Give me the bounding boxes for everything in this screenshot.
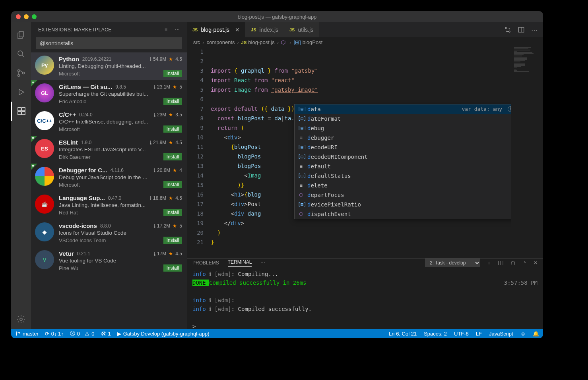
- suggest-kind-icon: ⬡: [298, 209, 304, 219]
- tab-problems[interactable]: PROBLEMS: [192, 260, 219, 266]
- kill-terminal-icon[interactable]: [510, 260, 516, 266]
- extension-version: 4.11.6: [111, 168, 124, 173]
- clear-icon[interactable]: ≡: [165, 27, 168, 33]
- install-button[interactable]: Install: [163, 264, 182, 272]
- editor-tab[interactable]: JSutils.js: [284, 22, 319, 37]
- suggest-item[interactable]: ⬡departFocus: [295, 190, 511, 200]
- git-branch[interactable]: master: [15, 331, 39, 337]
- suggest-item[interactable]: ≡default: [295, 162, 511, 171]
- more-actions-icon[interactable]: ⋯: [531, 26, 538, 34]
- breadcrumb-item[interactable]: JSblog-post.js: [241, 39, 275, 45]
- extension-version: 0.47.0: [108, 195, 121, 201]
- extension-item[interactable]: GLGitLens — Git su...9.8.5⭳23.1M ★ 5Supe…: [31, 80, 187, 108]
- svg-rect-6: [18, 112, 21, 115]
- notifications-icon[interactable]: 🔔: [533, 331, 539, 337]
- extensions-icon[interactable]: [11, 102, 31, 121]
- install-button[interactable]: Install: [163, 98, 182, 105]
- suggest-item[interactable]: [⊞]datavar data: any i: [295, 104, 511, 114]
- encoding[interactable]: UTF-8: [454, 331, 469, 337]
- extension-item[interactable]: ESESLint1.9.0⭳21.9M ★ 4.5Integrates ESLi…: [31, 136, 187, 164]
- install-button[interactable]: Install: [163, 181, 182, 188]
- suggest-kind-icon: ≡: [298, 162, 304, 171]
- close-tab-icon[interactable]: ✕: [235, 27, 240, 33]
- more-icon[interactable]: ⋯: [175, 27, 180, 33]
- minimap[interactable]: [511, 47, 543, 258]
- suggest-item[interactable]: [⊞]devicePixelRatio: [295, 200, 511, 209]
- close-window[interactable]: [16, 14, 21, 19]
- editor[interactable]: 123456789101112131415161718192021 import…: [187, 47, 543, 258]
- debug-icon[interactable]: [11, 83, 31, 102]
- panel-more-icon[interactable]: ⋯: [260, 260, 265, 266]
- task-status[interactable]: ▶ Gatsby Develop (gatsby-graphql-app): [117, 331, 210, 337]
- extension-description: Integrates ESLint JavaScript into V...: [59, 147, 182, 152]
- extension-publisher: Microsoft: [59, 71, 80, 77]
- close-panel-icon[interactable]: ✕: [534, 260, 538, 266]
- feedback-icon[interactable]: ☺: [520, 331, 526, 337]
- extension-version: 2019.6.24221: [82, 56, 111, 62]
- cursor-position[interactable]: Ln 6, Col 21: [389, 331, 417, 337]
- extension-item[interactable]: PyPython2019.6.24221⭳54.9M ★ 4.5Linting,…: [31, 52, 187, 80]
- install-button[interactable]: Install: [163, 70, 182, 77]
- breadcrumb-item[interactable]: components: [207, 39, 235, 45]
- extension-version: 0.21.1: [77, 251, 90, 257]
- suggest-widget[interactable]: [⊞]datavar data: any i[⊞]dateFormat[⊞]de…: [294, 104, 511, 219]
- suggest-item[interactable]: [⊞]defaultStatus: [295, 171, 511, 181]
- new-terminal-icon[interactable]: ＋: [487, 260, 491, 266]
- extensions-list[interactable]: PyPython2019.6.24221⭳54.9M ★ 4.5Linting,…: [31, 52, 187, 329]
- suggest-item[interactable]: [⊞]debug: [295, 123, 511, 133]
- terminal-output[interactable]: info ℹ [wdm]: Compiling... DONE Compiled…: [187, 267, 543, 333]
- extension-item[interactable]: VVetur0.21.1⭳17M ★ 4.5Vue tooling for VS…: [31, 247, 187, 275]
- extension-item[interactable]: ◆vscode-icons8.8.0⭳17.2M ★ 5Icons for Vi…: [31, 219, 187, 247]
- extension-search-input[interactable]: @sort:installs: [36, 37, 182, 49]
- search-icon[interactable]: [11, 44, 31, 64]
- editor-tab[interactable]: JSindex.js: [245, 22, 284, 37]
- extension-description: Supercharge the Git capabilities bui...: [59, 91, 182, 97]
- breadcrumb[interactable]: src›components›JSblog-post.js›⬡›[⊞]blogP…: [187, 37, 543, 47]
- extension-item[interactable]: ☕Language Sup...0.47.0⭳18.6M ★ 4.5Java L…: [31, 191, 187, 219]
- minimize-window[interactable]: [24, 14, 29, 19]
- problems-status[interactable]: ⓧ 0 ⚠ 0: [70, 330, 95, 337]
- suggest-item[interactable]: [⊞]decodeURIComponent: [295, 152, 511, 162]
- status-bar: master ⟳ 0↓ 1↑ ⓧ 0 ⚠ 0 🛠 1 ▶ Gatsby Deve…: [11, 329, 543, 338]
- titlebar[interactable]: blog-post.js — gatsby-graphql-app: [11, 11, 543, 22]
- source-control-icon[interactable]: [11, 64, 31, 83]
- split-editor-icon[interactable]: [518, 26, 525, 33]
- code-content[interactable]: import { graphql } from "gatsby"import R…: [211, 47, 511, 258]
- install-button[interactable]: Install: [163, 125, 182, 133]
- suggest-item[interactable]: ≡debugger: [295, 133, 511, 143]
- install-button[interactable]: Install: [163, 237, 182, 244]
- gear-icon[interactable]: [11, 310, 31, 329]
- editor-tab[interactable]: JSblog-post.js✕: [187, 22, 245, 37]
- terminal-select[interactable]: 2: Task - develop: [425, 258, 480, 267]
- maximize-window[interactable]: [32, 14, 37, 19]
- split-terminal-icon[interactable]: [498, 260, 504, 266]
- git-sync[interactable]: ⟳ 0↓ 1↑: [45, 331, 64, 337]
- maximize-panel-icon[interactable]: ＾: [522, 260, 527, 266]
- suggest-item[interactable]: ⬡dispatchEvent: [295, 209, 511, 219]
- breadcrumb-item[interactable]: src: [193, 39, 200, 45]
- extension-publisher: Eric Amodio: [59, 98, 86, 104]
- files-icon[interactable]: [11, 25, 31, 44]
- suggest-item[interactable]: [⊞]dateFormat: [295, 114, 511, 123]
- breadcrumb-item[interactable]: ⬡: [281, 39, 287, 45]
- extension-item[interactable]: Debugger for C...4.11.6⭳20.6M ★ 4Debug y…: [31, 164, 187, 191]
- recommended-badge: [31, 80, 37, 87]
- extension-item[interactable]: C/C++C/C++0.24.0⭳23M ★ 3.5C/C++ IntelliS…: [31, 108, 187, 136]
- suggest-item[interactable]: ≡delete: [295, 181, 511, 190]
- language-mode[interactable]: JavaScript: [489, 331, 513, 337]
- compare-icon[interactable]: [504, 26, 511, 33]
- extension-name: Vetur: [59, 250, 74, 257]
- install-button[interactable]: Install: [163, 153, 182, 160]
- suggest-item[interactable]: [⊞]decodeURI: [295, 143, 511, 152]
- install-button[interactable]: Install: [163, 209, 182, 216]
- extension-name: ESLint: [59, 139, 78, 146]
- eol[interactable]: LF: [476, 331, 482, 337]
- svg-point-3: [18, 75, 20, 77]
- extension-version: 0.24.0: [79, 112, 92, 118]
- tab-terminal[interactable]: TERMINAL: [228, 259, 252, 267]
- indentation[interactable]: Spaces: 2: [424, 331, 447, 337]
- svg-point-2: [18, 70, 20, 72]
- js-file-icon: JS: [289, 27, 295, 32]
- tools-status[interactable]: 🛠 1: [101, 331, 111, 337]
- breadcrumb-item[interactable]: [⊞]blogPost: [294, 39, 323, 45]
